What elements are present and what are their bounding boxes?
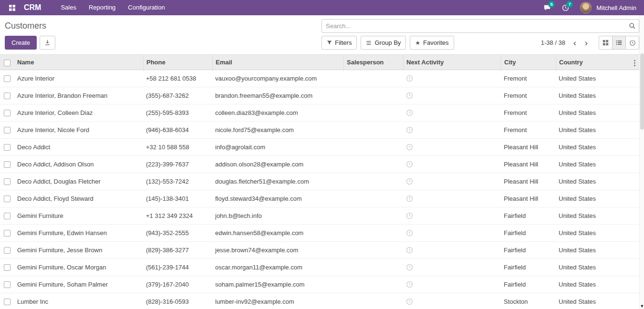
search-icon[interactable]	[629, 22, 636, 30]
row-checkbox[interactable]	[4, 144, 10, 151]
cell-name[interactable]: Gemini Furniture, Soham Palmer	[14, 281, 143, 288]
cell-city[interactable]: Fairfield	[501, 247, 556, 254]
pager-previous-icon[interactable]: ‹	[569, 38, 581, 47]
cell-city[interactable]: Pleasant Hill	[501, 178, 556, 185]
cell-phone[interactable]: (255)-595-8393	[143, 109, 212, 116]
cell-email[interactable]: addison.olson28@example.com	[212, 161, 343, 168]
cell-email[interactable]: nicole.ford75@example.com	[212, 126, 343, 134]
menu-reporting[interactable]: Reporting	[83, 0, 122, 15]
header-name[interactable]: Name	[14, 55, 143, 71]
cell-city[interactable]: Pleasant Hill	[501, 144, 556, 151]
table-row[interactable]: Gemini Furniture, Soham Palmer (379)-167…	[0, 276, 639, 293]
table-row[interactable]: Gemini Furniture +1 312 349 2324 john.b@…	[0, 207, 639, 225]
table-row[interactable]: Azure Interior +58 212 681 0538 vauxoo@y…	[0, 70, 639, 87]
cell-country[interactable]: United States	[556, 195, 623, 202]
cell-phone[interactable]: (355)-687-3262	[143, 92, 212, 99]
cell-next-activity[interactable]	[403, 264, 501, 271]
cell-country[interactable]: United States	[556, 75, 623, 82]
table-row[interactable]: Azure Interior, Nicole Ford (946)-638-60…	[0, 122, 639, 139]
search-input[interactable]	[322, 19, 639, 33]
messages-button[interactable]: 5	[539, 0, 555, 15]
user-menu[interactable]: Mitchell Admin	[596, 4, 639, 11]
cell-name[interactable]: Gemini Furniture, Edwin Hansen	[14, 229, 143, 237]
cell-city[interactable]: Stockton	[501, 298, 556, 305]
cell-next-activity[interactable]	[403, 109, 501, 116]
table-row[interactable]: Azure Interior, Brandon Freeman (355)-68…	[0, 87, 639, 104]
cell-email[interactable]: john.b@tech.info	[212, 212, 343, 219]
cell-next-activity[interactable]	[403, 298, 501, 305]
cell-next-activity[interactable]	[403, 247, 501, 254]
activity-view-icon[interactable]	[625, 36, 639, 50]
cell-name[interactable]: Deco Addict, Addison Olson	[14, 161, 143, 168]
cell-next-activity[interactable]	[403, 281, 501, 288]
cell-country[interactable]: United States	[556, 126, 623, 134]
cell-country[interactable]: United States	[556, 109, 623, 116]
list-view-icon[interactable]	[612, 36, 626, 50]
cell-city[interactable]: Pleasant Hill	[501, 195, 556, 202]
cell-country[interactable]: United States	[556, 92, 623, 99]
cell-email[interactable]: info@agrolait.com	[212, 144, 343, 151]
cell-phone[interactable]: (828)-316-0593	[143, 298, 212, 305]
cell-name[interactable]: Azure Interior	[14, 75, 143, 82]
cell-city[interactable]: Fairfield	[501, 264, 556, 271]
cell-name[interactable]: Azure Interior, Colleen Diaz	[14, 109, 143, 116]
table-row[interactable]: Deco Addict, Douglas Fletcher (132)-553-…	[0, 173, 639, 190]
cell-phone[interactable]: (223)-399-7637	[143, 161, 212, 168]
cell-email[interactable]: colleen.diaz83@example.com	[212, 109, 343, 116]
app-title[interactable]: CRM	[19, 3, 54, 12]
cell-name[interactable]: Azure Interior, Nicole Ford	[14, 126, 143, 134]
cell-name[interactable]: Deco Addict, Douglas Fletcher	[14, 178, 143, 185]
row-checkbox[interactable]	[4, 93, 10, 99]
cell-email[interactable]: brandon.freeman55@example.com	[212, 92, 343, 99]
cell-country[interactable]: United States	[556, 178, 623, 185]
breadcrumb[interactable]: Customers	[5, 21, 46, 31]
filters-button[interactable]: Filters	[322, 36, 357, 50]
cell-phone[interactable]: (943)-352-2555	[143, 229, 212, 237]
cell-phone[interactable]: (946)-638-6034	[143, 126, 212, 134]
cell-next-activity[interactable]	[403, 126, 501, 134]
cell-phone[interactable]: (379)-167-2040	[143, 281, 212, 288]
menu-configuration[interactable]: Configuration	[122, 0, 171, 15]
row-checkbox[interactable]	[4, 299, 10, 305]
row-checkbox[interactable]	[4, 247, 10, 254]
cell-city[interactable]: Fairfield	[501, 229, 556, 237]
cell-country[interactable]: United States	[556, 212, 623, 219]
cell-email[interactable]: lumber-inv92@example.com	[212, 298, 343, 305]
cell-next-activity[interactable]	[403, 195, 501, 202]
cell-next-activity[interactable]	[403, 75, 501, 82]
vertical-scrollbar[interactable]: ▼	[639, 15, 644, 309]
cell-phone[interactable]: +32 10 588 558	[143, 144, 212, 151]
header-email[interactable]: Email	[212, 55, 343, 71]
cell-name[interactable]: Gemini Furniture	[14, 212, 143, 219]
cell-country[interactable]: United States	[556, 298, 623, 305]
scroll-down-icon[interactable]: ▼	[640, 304, 644, 309]
cell-next-activity[interactable]	[403, 229, 501, 237]
table-row[interactable]: Deco Addict, Floyd Steward (145)-138-340…	[0, 190, 639, 207]
cell-email[interactable]: oscar.morgan11@example.com	[212, 264, 343, 271]
header-next-activity[interactable]: Next Activity	[403, 55, 501, 71]
row-checkbox[interactable]	[4, 161, 10, 168]
row-checkbox[interactable]	[4, 196, 10, 202]
cell-city[interactable]: Fremont	[501, 92, 556, 99]
table-row[interactable]: Deco Addict, Addison Olson (223)-399-763…	[0, 156, 639, 173]
cell-country[interactable]: United States	[556, 229, 623, 237]
select-all-checkbox[interactable]	[4, 60, 10, 66]
kanban-view-icon[interactable]	[599, 36, 613, 50]
cell-country[interactable]: United States	[556, 281, 623, 288]
cell-city[interactable]: Fremont	[501, 75, 556, 82]
cell-name[interactable]: Lumber Inc	[14, 298, 143, 305]
row-checkbox[interactable]	[4, 178, 10, 185]
cell-name[interactable]: Gemini Furniture, Jesse Brown	[14, 247, 143, 254]
cell-name[interactable]: Gemini Furniture, Oscar Morgan	[14, 264, 143, 271]
avatar[interactable]	[580, 2, 592, 13]
cell-city[interactable]: Pleasant Hill	[501, 161, 556, 168]
cell-phone[interactable]: +58 212 681 0538	[143, 75, 212, 82]
cell-name[interactable]: Azure Interior, Brandon Freeman	[14, 92, 143, 99]
cell-city[interactable]: Fairfield	[501, 281, 556, 288]
group-by-button[interactable]: Group By	[361, 36, 406, 50]
cell-phone[interactable]: +1 312 349 2324	[143, 212, 212, 219]
cell-city[interactable]: Fremont	[501, 126, 556, 134]
cell-email[interactable]: jesse.brown74@example.com	[212, 247, 343, 254]
cell-phone[interactable]: (829)-386-3277	[143, 247, 212, 254]
cell-next-activity[interactable]	[403, 161, 501, 168]
